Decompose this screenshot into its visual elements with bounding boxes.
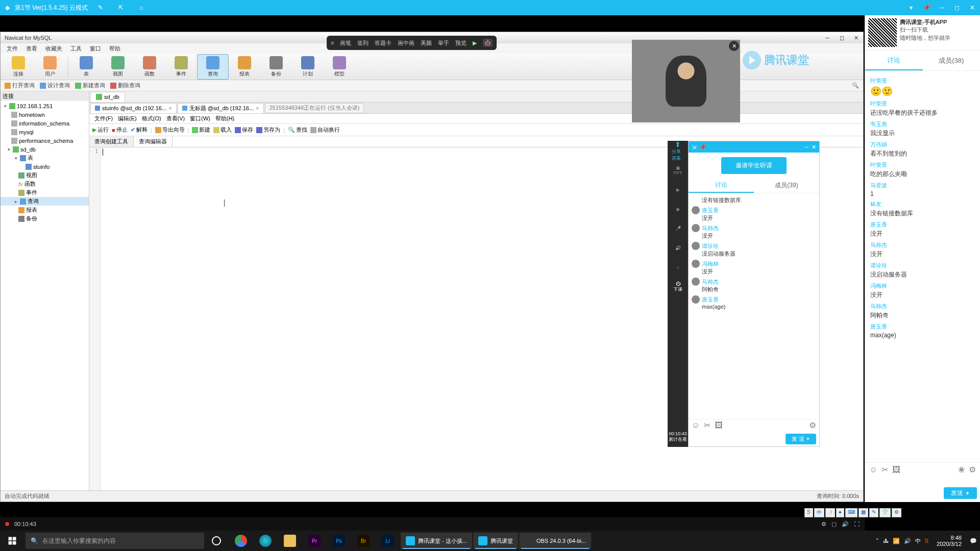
- menu-item[interactable]: 窗口: [87, 45, 104, 53]
- new-query-button[interactable]: 新建查询: [75, 82, 105, 89]
- toolbar-连接[interactable]: 连接: [3, 54, 34, 80]
- save-button[interactable]: 保存: [235, 126, 253, 134]
- tree-connection[interactable]: ▾192.168.1.251: [1, 102, 89, 110]
- tray-net-icon[interactable]: 🖧: [883, 538, 889, 544]
- taskbar-app-ketang1[interactable]: 腾讯课堂 - 这小孩...: [401, 533, 472, 549]
- cortana-icon[interactable]: [204, 531, 229, 551]
- nav-maximize-icon[interactable]: ◻: [835, 33, 849, 43]
- tray-ime-icon[interactable]: 中: [915, 537, 921, 545]
- doc-tab-untitled[interactable]: 无标题 @sd_db (192.16...×: [178, 103, 264, 113]
- toolbar-表[interactable]: 表: [70, 54, 102, 80]
- taskbar-search[interactable]: 🔍 在这里输入你要搜索的内容: [26, 533, 204, 549]
- taskbar-app-ketang2[interactable]: 腾讯课堂: [473, 533, 518, 549]
- explain-button[interactable]: ✔解释: [131, 126, 148, 134]
- toolbar-事件[interactable]: 事件: [165, 54, 197, 80]
- toolbar-视图[interactable]: 视图: [102, 54, 134, 80]
- load-button[interactable]: 载入: [213, 126, 232, 134]
- tree-reports[interactable]: 报表: [1, 206, 89, 214]
- query-menu-item[interactable]: 编辑(E): [116, 115, 139, 122]
- tab-query-editor[interactable]: 查询编辑器: [134, 136, 173, 147]
- lightroom-icon[interactable]: Lr: [376, 531, 400, 551]
- delete-query-button[interactable]: 删除查询: [110, 82, 140, 89]
- invite-students-button[interactable]: 邀请学生听课: [721, 157, 787, 174]
- query-menu-item[interactable]: 查看(V): [164, 115, 187, 122]
- tree-db[interactable]: performance_schema: [1, 136, 89, 145]
- share-screen-button[interactable]: ⬆ 分享屏幕: [672, 145, 684, 157]
- tree-db[interactable]: hometown: [1, 110, 89, 119]
- chrome-icon[interactable]: [229, 531, 253, 551]
- tree-funcs[interactable]: fx函数: [1, 180, 89, 188]
- tray-wifi-icon[interactable]: 📶: [893, 538, 900, 544]
- tab-query-builder[interactable]: 查询创建工具: [89, 136, 134, 147]
- mini-tab-members[interactable]: 成员(39): [754, 178, 819, 193]
- new-button[interactable]: 新建: [192, 126, 210, 134]
- search-icon[interactable]: 🔍: [852, 82, 863, 89]
- maximize-icon[interactable]: ◻: [949, 0, 965, 15]
- home-icon[interactable]: ⌂: [134, 0, 149, 15]
- menu-item[interactable]: 文件: [4, 45, 21, 53]
- tray-volume-icon[interactable]: 🔊: [904, 538, 911, 544]
- video-play-icon[interactable]: ▶: [672, 184, 684, 196]
- mini-gear-icon[interactable]: ⚙: [809, 420, 816, 430]
- tray-clock[interactable]: 8:48 2020/3/12: [933, 535, 966, 547]
- query-menu-item[interactable]: 窗口(W): [188, 115, 212, 122]
- mini-send-button[interactable]: 发 送▼: [786, 434, 816, 444]
- tree-queries[interactable]: ▸查询: [1, 197, 89, 206]
- menu-item[interactable]: 帮助: [106, 45, 124, 53]
- find-button[interactable]: 🔍查找: [288, 126, 307, 134]
- ft-preview[interactable]: 预览: [455, 39, 467, 47]
- tree-db[interactable]: mysql: [1, 128, 89, 136]
- tray-sogou-icon[interactable]: S: [925, 538, 928, 544]
- start-button[interactable]: [0, 531, 24, 551]
- tree-db[interactable]: information_schema: [1, 119, 89, 128]
- minimize-icon[interactable]: ─: [934, 0, 949, 15]
- speaker-icon[interactable]: 🔊: [672, 242, 684, 254]
- ft-menu-icon[interactable]: ≡: [331, 40, 334, 46]
- doc-tab-stuinfo[interactable]: stuinfo @sd_db (192.16...×: [90, 103, 177, 113]
- doc-tab-running[interactable]: 25155348348正在运行 (仅当人会讲): [265, 103, 364, 113]
- mini-emoji-icon[interactable]: ☺: [692, 421, 700, 430]
- send-button[interactable]: 发送 ▼: [944, 487, 977, 499]
- mini-pin-icon[interactable]: 📌: [699, 144, 706, 151]
- ppt-icon[interactable]: ▣PPT: [672, 164, 684, 177]
- menu-item[interactable]: 收藏夹: [42, 45, 65, 53]
- vc-pip-icon[interactable]: ▢: [831, 521, 837, 528]
- toolbar-报表[interactable]: 报表: [229, 54, 260, 80]
- flower-icon[interactable]: ❀: [958, 465, 965, 474]
- query-menu-item[interactable]: 帮助(H): [213, 115, 236, 122]
- design-query-button[interactable]: 设计查询: [40, 82, 70, 89]
- ft-power-icon[interactable]: ⏻: [483, 39, 493, 47]
- run-button[interactable]: ▶运行: [92, 126, 109, 134]
- export-button[interactable]: 导出向导: [155, 126, 185, 134]
- edge-icon[interactable]: [253, 531, 278, 551]
- mini-minimize-icon[interactable]: ─: [804, 144, 808, 150]
- mini-restore-icon[interactable]: ⇲: [692, 144, 696, 151]
- ime-indicator[interactable]: S 中 ☽●⌨▦✎👕⚙: [804, 508, 901, 517]
- tray-up-icon[interactable]: ˄: [876, 538, 879, 544]
- cut-icon[interactable]: ✂: [881, 465, 888, 474]
- ft-answercard[interactable]: 答题卡: [375, 39, 391, 47]
- vc-settings-icon[interactable]: ⚙: [821, 521, 826, 528]
- bridge-icon[interactable]: Br: [351, 531, 376, 551]
- tree-tables[interactable]: ▾表: [1, 154, 89, 162]
- nav-close-icon[interactable]: ✕: [849, 33, 863, 43]
- ft-play-icon[interactable]: ▶: [473, 40, 477, 46]
- ft-raisehand[interactable]: 举手: [438, 39, 449, 47]
- ft-signin[interactable]: 签到: [357, 39, 369, 47]
- mini-image-icon[interactable]: 🖼: [715, 421, 723, 430]
- dropdown-icon[interactable]: ▾: [903, 0, 919, 15]
- open-query-button[interactable]: 打开查询: [5, 82, 35, 89]
- toolbar-用户[interactable]: 用户: [34, 54, 66, 80]
- toolbar-计划[interactable]: 计划: [292, 54, 324, 80]
- tree-events[interactable]: 事件: [1, 188, 89, 197]
- tray-notification-icon[interactable]: 💬: [970, 538, 977, 544]
- ft-brush[interactable]: 画笔: [340, 39, 351, 47]
- query-menu-item[interactable]: 格式(O): [140, 115, 163, 122]
- toolbar-模型[interactable]: 模型: [324, 54, 355, 80]
- query-menu-item[interactable]: 文件(F): [92, 115, 115, 122]
- autowrap-button[interactable]: 自动换行: [310, 126, 340, 134]
- chat-input[interactable]: 发送 ▼: [865, 477, 980, 502]
- mini-tab-discuss[interactable]: 讨论: [689, 178, 754, 193]
- toolbar-备份[interactable]: 备份: [260, 54, 292, 80]
- toolbar-函数[interactable]: 函数: [134, 54, 165, 80]
